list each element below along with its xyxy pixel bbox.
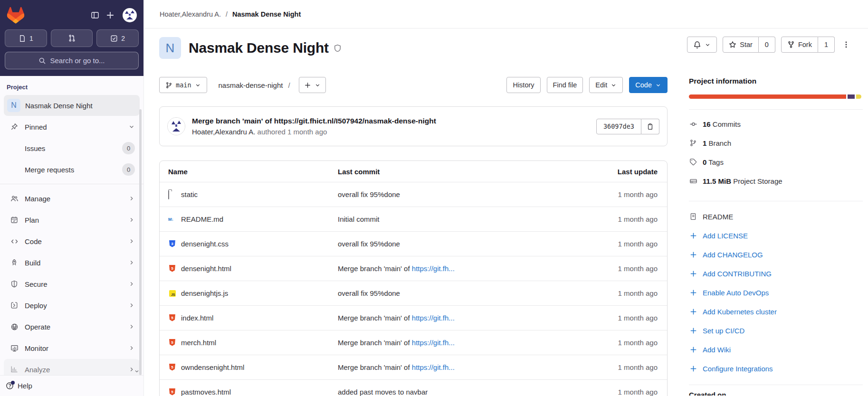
chevron-right-icon (128, 345, 135, 351)
js-file-icon: JS (168, 290, 176, 297)
plus-icon (689, 346, 697, 353)
project-information-title: Project information (689, 77, 863, 85)
stat-branches[interactable]: 1 Branch (689, 133, 863, 152)
add-contributing-link[interactable]: Add CONTRIBUTING (689, 264, 863, 283)
commit-meta: authored 1 month ago (258, 128, 327, 136)
tag-icon (689, 158, 697, 166)
history-button[interactable]: History (506, 77, 540, 93)
code-icon (9, 237, 20, 245)
sidebar-item-deploy[interactable]: Deploy (4, 295, 140, 316)
chevron-down-icon (610, 82, 617, 88)
html-file-icon: 5 (168, 364, 176, 371)
sidebar-item-secure[interactable]: Secure (4, 273, 140, 294)
plus-icon (689, 327, 697, 334)
chevron-right-icon (128, 281, 135, 287)
super-sidebar: 1 2 Search or go to... Project N Nasmak … (0, 0, 144, 396)
sidebar-nav: N Nasmak Dense Night Pinned Issues 0 Mer… (0, 95, 143, 380)
sidebar-item-monitor[interactable]: Monitor (4, 338, 140, 358)
commit-author[interactable]: Hoater,Alexandru A. (192, 128, 255, 136)
table-row: 5owndensenight.html Merge branch 'main' … (160, 355, 667, 379)
merge-request-icon (68, 34, 76, 42)
sidebar-help-button[interactable]: Help (0, 375, 143, 396)
sidebar-header: 1 2 Search or go to... (0, 0, 143, 76)
stat-commits[interactable]: 16 Commits (689, 114, 863, 133)
html-file-icon: 5 (168, 388, 176, 396)
find-file-button[interactable]: Find file (547, 77, 583, 93)
file-table: Name Last commit Last update static over… (159, 160, 668, 396)
plus-icon (304, 82, 311, 89)
html-file-icon: 5 (168, 265, 176, 273)
add-kubernetes-cluster-link[interactable]: Add Kubernetes cluster (689, 302, 863, 321)
sidebar-item-code[interactable]: Code (4, 231, 140, 252)
todo-count: 2 (121, 35, 125, 42)
stat-tags[interactable]: 0 Tags (689, 152, 863, 171)
globe-gear-icon (9, 323, 20, 331)
plus-icon (689, 232, 697, 239)
set-up-cicd-link[interactable]: Set up CI/CD (689, 321, 863, 340)
todo-list-button[interactable]: 2 (96, 29, 139, 47)
readme-link[interactable]: README (689, 207, 863, 226)
clipboard-icon (647, 123, 654, 130)
sidebar-item-plan[interactable]: Plan (4, 209, 140, 230)
language-segment-js (856, 94, 861, 99)
chevron-down-icon (128, 123, 135, 130)
add-wiki-link[interactable]: Add Wiki (689, 340, 863, 359)
create-new-button[interactable] (103, 8, 118, 23)
repo-path-name[interactable]: nasmak-dense-night (219, 81, 283, 89)
commit-hash[interactable]: 36097de3 (596, 119, 641, 134)
panel-divider (689, 385, 863, 385)
main-content: N Nasmak Dense Night main nasmak-dense-n… (159, 28, 668, 396)
repo-path: nasmak-dense-night / (219, 81, 290, 89)
file-table-header: Name Last commit Last update (160, 161, 667, 182)
code-dropdown-button[interactable]: Code (629, 77, 668, 93)
branch-selector[interactable]: main (159, 77, 207, 93)
configure-integrations-link[interactable]: Configure Integrations (689, 359, 863, 378)
sidebar-item-pinned[interactable]: Pinned (4, 116, 140, 137)
issues-count-badge: 0 (122, 142, 135, 154)
breadcrumb-parent[interactable]: Hoater,Alexandru A. (160, 10, 221, 18)
plus-icon (689, 251, 697, 258)
table-row: 5index.html Merge branch 'main' of https… (160, 305, 667, 330)
commit-message[interactable]: Merge branch 'main' of https://git.fhict… (192, 117, 436, 125)
chevron-right-icon (128, 217, 135, 223)
merge-requests-button[interactable] (51, 29, 93, 47)
sidebar-item-merge-requests[interactable]: Merge requests 0 (4, 159, 140, 180)
gitlab-logo[interactable] (7, 7, 25, 24)
search-button[interactable]: Search or go to... (5, 52, 139, 69)
assigned-issues-button[interactable]: 1 (5, 29, 47, 47)
sidebar-item-issues[interactable]: Issues 0 (4, 138, 140, 159)
sidebar-section-label: Project (0, 76, 143, 94)
chevron-down-icon (315, 82, 321, 88)
sidebar-item-operate[interactable]: Operate (4, 316, 140, 337)
calendar-check-icon (9, 216, 20, 224)
branch-icon (689, 139, 697, 147)
add-changelog-link[interactable]: Add CHANGELOG (689, 245, 863, 264)
breadcrumb-current[interactable]: Nasmak Dense Night (232, 10, 301, 18)
sidebar-item-manage[interactable]: Manage (4, 188, 140, 209)
disk-icon (689, 177, 697, 185)
stat-storage[interactable]: 11.5 MiB Project Storage (689, 171, 863, 190)
chevron-down-icon (655, 82, 661, 88)
css-file-icon: 3 (168, 240, 176, 248)
folder-icon (168, 191, 176, 198)
commit-author-avatar[interactable] (167, 117, 185, 135)
last-commit-card: Merge branch 'main' of https://git.fhict… (159, 106, 668, 146)
language-bar[interactable] (689, 94, 862, 99)
edit-button[interactable]: Edit (589, 77, 623, 93)
sidebar-item-build[interactable]: Build (4, 252, 140, 273)
assigned-issues-count: 1 (29, 35, 33, 42)
sidebar-toggle-button[interactable] (87, 8, 103, 23)
scroll-down-chevron-icon[interactable] (134, 368, 140, 374)
plus-icon (689, 289, 697, 296)
panel-divider (689, 201, 863, 201)
add-file-button[interactable] (299, 77, 326, 93)
add-license-link[interactable]: Add LICENSE (689, 226, 863, 245)
deploy-box-icon (9, 302, 20, 309)
chevron-right-icon (128, 302, 135, 309)
copy-commit-hash-button[interactable] (641, 119, 659, 134)
commit-icon (689, 120, 697, 128)
sidebar-item-project[interactable]: N Nasmak Dense Night (4, 95, 140, 116)
enable-auto-devops-link[interactable]: Enable Auto DevOps (689, 283, 863, 302)
sidebar-scrollbar[interactable] (139, 109, 142, 375)
user-avatar[interactable] (123, 8, 137, 22)
